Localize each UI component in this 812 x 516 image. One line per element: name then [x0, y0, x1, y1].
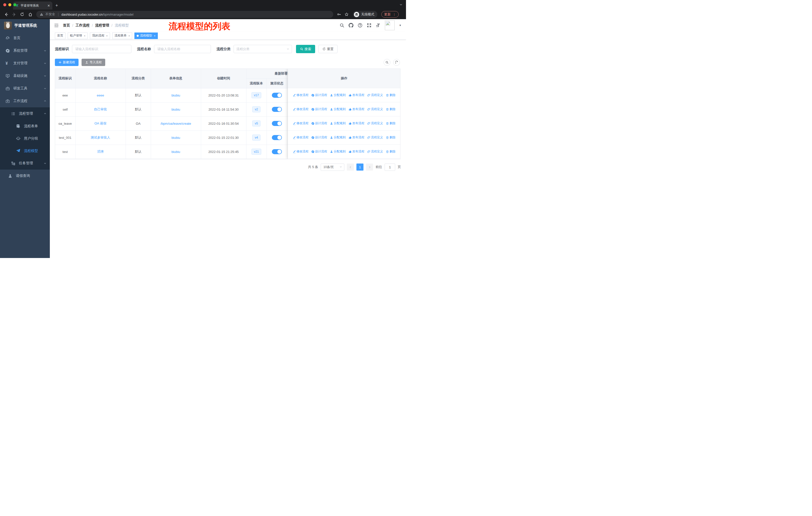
- close-tag-icon[interactable]: ×: [154, 34, 155, 37]
- row-action-link[interactable]: 设计流程: [311, 135, 327, 140]
- row-action-link[interactable]: 设计流程: [311, 93, 327, 97]
- show-search-button[interactable]: [384, 59, 390, 66]
- tags-view-tag[interactable]: 流程模型 ×: [135, 32, 157, 39]
- active-toggle[interactable]: [272, 121, 282, 126]
- fullscreen-icon[interactable]: [367, 23, 372, 28]
- close-tag-icon[interactable]: ×: [106, 34, 108, 37]
- create-process-button[interactable]: 新建流程: [55, 59, 79, 66]
- filter-name-input[interactable]: [154, 45, 211, 53]
- active-toggle[interactable]: [272, 149, 282, 154]
- process-name-link[interactable]: 滔博: [97, 150, 104, 154]
- reset-button[interactable]: 重置: [318, 45, 338, 53]
- sidebar-item-infra[interactable]: 基础设施: [0, 70, 50, 82]
- browser-tab[interactable]: 芋道管理系统 ✕: [13, 1, 52, 9]
- browser-menu-icon[interactable]: ⋮: [393, 12, 396, 17]
- row-action-link[interactable]: 流程定义: [367, 150, 383, 154]
- sidebar-item-home[interactable]: 首页: [0, 32, 50, 44]
- avatar[interactable]: [385, 20, 395, 30]
- font-size-icon[interactable]: [376, 23, 381, 28]
- filter-key-input[interactable]: [72, 45, 132, 53]
- sidebar-item-process-form[interactable]: 流程表单: [0, 120, 50, 132]
- row-action-link[interactable]: 修改流程: [293, 150, 309, 154]
- refresh-button[interactable]: [393, 59, 400, 66]
- process-name-link[interactable]: eeee: [97, 93, 104, 97]
- row-action-link[interactable]: 分配规则: [330, 150, 346, 154]
- page-jump-input[interactable]: [385, 164, 395, 171]
- row-action-link[interactable]: 设计流程: [311, 150, 327, 154]
- row-action-link[interactable]: 流程定义: [367, 121, 383, 126]
- row-action-link[interactable]: 发布流程: [349, 107, 365, 111]
- zoom-window-button[interactable]: [13, 3, 17, 6]
- tab-search-chevron-icon[interactable]: [400, 2, 403, 7]
- process-name-link[interactable]: 测试多审批人: [91, 136, 110, 139]
- row-action-link[interactable]: 发布流程: [349, 121, 365, 126]
- row-action-link[interactable]: 删除: [386, 93, 396, 97]
- sidebar-logo-row[interactable]: 芋道管理系统: [0, 19, 50, 32]
- new-tab-button[interactable]: +: [55, 1, 58, 9]
- row-action-link[interactable]: 发布流程: [349, 93, 365, 97]
- avatar-caret-down-icon[interactable]: ▼: [399, 24, 402, 27]
- security-label[interactable]: 不安全: [45, 12, 55, 17]
- tags-view-tag[interactable]: 我的流程 ×: [90, 32, 110, 39]
- active-toggle[interactable]: [272, 135, 282, 140]
- sidebar-item-workflow[interactable]: 工作流程: [0, 95, 50, 107]
- import-process-button[interactable]: 导入流程: [82, 59, 105, 66]
- form-info-link[interactable]: biubiu: [171, 93, 180, 97]
- filter-category-select[interactable]: 流程分类: [234, 45, 292, 53]
- row-action-link[interactable]: 设计流程: [311, 107, 327, 111]
- row-action-link[interactable]: 流程定义: [367, 93, 383, 97]
- back-icon[interactable]: [2, 11, 9, 18]
- row-action-link[interactable]: 删除: [386, 107, 396, 111]
- search-icon[interactable]: [340, 23, 344, 28]
- row-action-link[interactable]: 发布流程: [349, 135, 365, 140]
- home-icon[interactable]: [27, 11, 34, 18]
- prev-page-button[interactable]: [347, 164, 354, 170]
- browser-update-button[interactable]: 更新 ⋮: [381, 11, 399, 18]
- process-name-link[interactable]: OA 请假: [94, 121, 107, 125]
- github-icon[interactable]: [349, 23, 353, 28]
- close-tag-icon[interactable]: ×: [128, 34, 130, 37]
- row-action-link[interactable]: 发布流程: [349, 150, 365, 154]
- sidebar-item-leave-query[interactable]: 请假查询: [0, 169, 50, 182]
- process-name-link[interactable]: 自己审批: [94, 107, 107, 111]
- row-action-link[interactable]: 分配规则: [330, 107, 346, 111]
- tags-view-tag[interactable]: 首页: [55, 32, 65, 39]
- help-icon[interactable]: [358, 23, 362, 28]
- sidebar-item-process-mgmt[interactable]: 流程管理: [0, 107, 50, 120]
- forward-icon[interactable]: [10, 11, 18, 18]
- sidebar-item-payment[interactable]: ¥ 支付管理: [0, 57, 50, 70]
- close-tab-icon[interactable]: ✕: [47, 4, 50, 7]
- breadcrumb-item[interactable]: 工作流程: [76, 23, 90, 28]
- row-action-link[interactable]: 分配规则: [330, 135, 346, 140]
- row-action-link[interactable]: 修改流程: [293, 107, 309, 111]
- row-action-link[interactable]: 流程定义: [367, 135, 383, 140]
- row-action-link[interactable]: 分配规则: [330, 93, 346, 97]
- row-action-link[interactable]: 删除: [386, 121, 396, 126]
- sidebar-item-process-model[interactable]: 流程模型: [0, 145, 50, 157]
- row-action-link[interactable]: 删除: [386, 135, 396, 140]
- reload-icon[interactable]: [19, 11, 26, 18]
- security-warning-icon[interactable]: [40, 12, 43, 16]
- current-page-button[interactable]: 1: [356, 164, 364, 170]
- tags-view-tag[interactable]: 流程表单 ×: [112, 32, 132, 39]
- form-info-link[interactable]: biubiu: [171, 136, 180, 140]
- row-action-link[interactable]: 设计流程: [311, 121, 327, 126]
- form-info-link[interactable]: biubiu: [171, 150, 180, 154]
- row-action-link[interactable]: 流程定义: [367, 107, 383, 111]
- search-button[interactable]: 搜索: [296, 45, 315, 53]
- row-action-link[interactable]: 修改流程: [293, 93, 309, 97]
- password-key-icon[interactable]: [336, 11, 342, 18]
- incognito-badge[interactable]: 无痕模式: [353, 11, 377, 18]
- bookmark-star-icon[interactable]: [343, 11, 350, 18]
- close-window-button[interactable]: [3, 3, 6, 6]
- row-action-link[interactable]: 分配规则: [330, 121, 346, 126]
- sidebar-item-user-group[interactable]: 用户分组: [0, 132, 50, 145]
- tags-view-tag[interactable]: 租户管理 ×: [68, 32, 88, 39]
- next-page-button[interactable]: [366, 164, 373, 170]
- active-toggle[interactable]: [272, 93, 282, 98]
- close-tag-icon[interactable]: ×: [84, 34, 85, 37]
- sidebar-collapse-icon[interactable]: [50, 23, 63, 28]
- row-action-link[interactable]: 删除: [386, 150, 396, 154]
- row-action-link[interactable]: 修改流程: [293, 135, 309, 140]
- form-info-link[interactable]: /bpm/oa/leave/create: [161, 122, 191, 126]
